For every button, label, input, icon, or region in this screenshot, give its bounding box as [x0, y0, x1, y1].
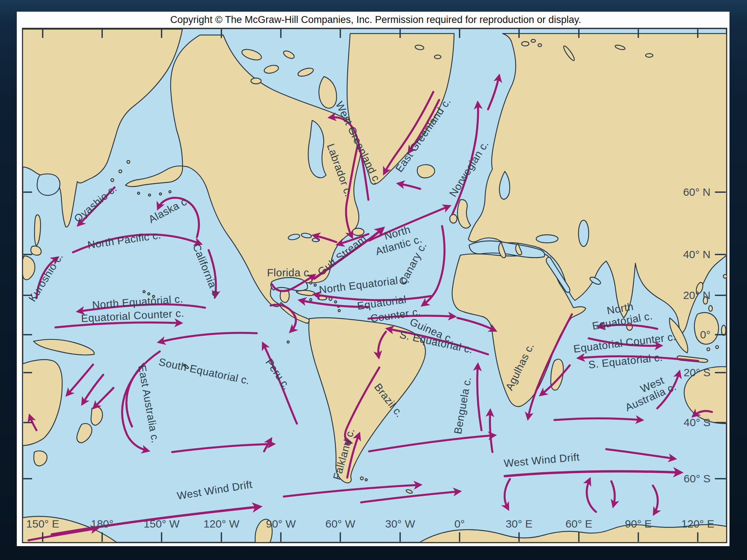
longitude-label-180: 180° — [91, 518, 113, 530]
world-ocean-currents-map: Copyright © The McGraw-Hill Companies, I… — [0, 0, 747, 560]
latitude-label-60s: 60° S — [684, 472, 711, 485]
longitude-label-150w: 150° W — [144, 518, 180, 530]
great-lake — [312, 238, 320, 242]
longitude-label-150e: 150° E — [26, 518, 59, 530]
latitude-label-40n: 40° N — [683, 248, 711, 260]
falkland-islands — [360, 477, 363, 480]
longitude-label-60e: 60° E — [565, 518, 592, 530]
island-iceland — [417, 165, 435, 178]
longitude-label-60w: 60° W — [325, 518, 356, 530]
island-hokkaido — [31, 246, 41, 255]
longitude-label-30e: 30° E — [506, 518, 533, 530]
black-sea — [536, 235, 558, 243]
peninsula-yucatan — [280, 291, 289, 302]
longitude-label-120w: 120° W — [204, 518, 240, 530]
longitude-label-0: 0° — [454, 518, 465, 530]
copyright-text: Copyright © The McGraw-Hill Companies, I… — [170, 14, 581, 25]
longitude-label-90e: 90° E — [625, 518, 652, 530]
longitude-label-90w: 90° W — [266, 518, 296, 530]
latitude-label-60n: 60° N — [683, 186, 711, 198]
sea-of-okhotsk-detail — [37, 174, 60, 195]
island-ireland — [450, 214, 457, 223]
longitude-label-120e: 120° E — [681, 518, 714, 530]
latitude-label-20s: 20° S — [684, 366, 711, 378]
latitude-label-20n: 20° N — [683, 289, 711, 301]
kuril-island — [127, 160, 130, 163]
current-label-florida: Florida c. — [267, 267, 312, 279]
island-taiwan — [723, 275, 727, 278]
latitude-label-0: 0° — [700, 328, 711, 341]
kuril-island — [119, 170, 122, 173]
longitude-label-30w: 30° W — [385, 518, 415, 530]
ocean-currents-slide: Copyright © The McGraw-Hill Companies, I… — [0, 0, 747, 560]
caspian-sea — [578, 220, 589, 246]
falkland-islands — [365, 479, 367, 481]
kuril-island — [111, 179, 114, 182]
latitude-label-40s: 40° S — [684, 416, 711, 428]
